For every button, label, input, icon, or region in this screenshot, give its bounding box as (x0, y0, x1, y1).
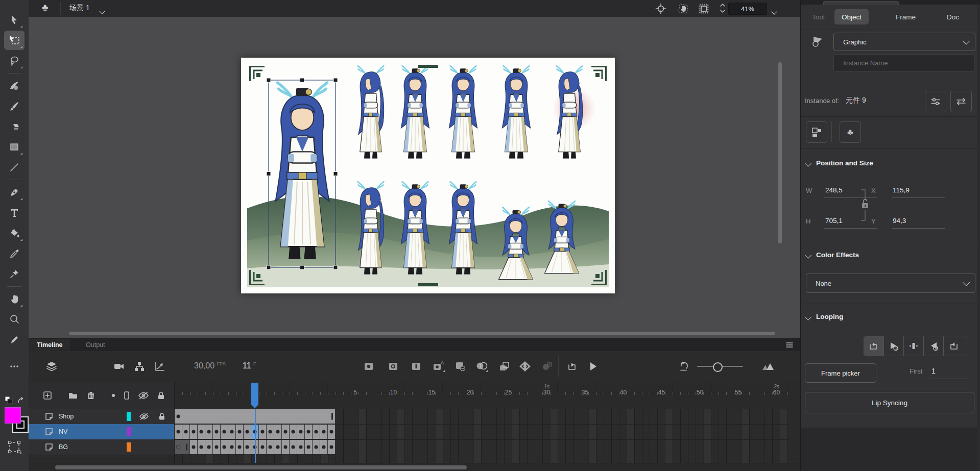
auto-keyframe-button[interactable]: A (432, 359, 447, 374)
free-transform-tool-button[interactable] (4, 31, 25, 50)
keyframe-cell[interactable] (274, 425, 282, 439)
tab-timeline[interactable]: Timeline (29, 339, 71, 351)
first-frame-value[interactable]: 1 (931, 367, 936, 375)
onion-skin-button[interactable] (474, 359, 489, 374)
keyframe-cell[interactable] (290, 425, 297, 439)
keyframe-cell[interactable] (259, 440, 267, 454)
fill-color-swatch[interactable] (5, 407, 21, 424)
play-once-mode-button[interactable]: 1 (884, 336, 904, 356)
break-apart-button[interactable] (806, 121, 827, 143)
scene-breadcrumb[interactable]: 场景 1 (69, 4, 90, 13)
keyframe-cell[interactable] (297, 440, 305, 454)
keyframe-cell[interactable] (221, 440, 228, 454)
timeline-horizontal-scrollbar[interactable] (55, 465, 467, 469)
stage[interactable] (241, 58, 615, 293)
playhead-marker[interactable] (251, 383, 258, 408)
frames-row[interactable] (175, 439, 789, 455)
keyframe-cell[interactable] (182, 425, 190, 439)
rotate-canvas-button[interactable] (677, 3, 689, 15)
zoom-tool-button[interactable] (4, 310, 25, 329)
keyframe-cell[interactable] (198, 440, 205, 454)
transform-handle[interactable] (300, 78, 304, 82)
character-figure-front[interactable] (449, 66, 477, 158)
eyedropper-tool-button[interactable] (4, 244, 25, 263)
zoom-level-field[interactable]: 41% (728, 3, 767, 15)
transform-handle[interactable] (267, 172, 271, 176)
edit-filters-button[interactable] (925, 91, 946, 112)
highlight-layers-toggle[interactable] (107, 390, 119, 401)
reverse-once-mode-button[interactable]: 1 (924, 336, 944, 356)
hand-tool-button[interactable] (4, 289, 25, 309)
layer-row-nv[interactable]: NV (29, 424, 175, 440)
new-folder-button[interactable] (67, 390, 79, 401)
edit-multiple-frames-button[interactable] (497, 359, 512, 374)
insert-keyframe-button[interactable] (361, 359, 376, 374)
layer-outline-color-chip[interactable] (127, 442, 131, 452)
keyframe-cell[interactable] (313, 425, 320, 439)
keyframe-cell[interactable] (228, 425, 236, 439)
transform-handle[interactable] (267, 78, 271, 82)
asset-warp-pin-tool-button[interactable] (4, 264, 25, 284)
reverse-loop-mode-button[interactable] (944, 336, 963, 356)
fluid-brush-tool-button[interactable] (4, 76, 25, 95)
keyframe-cell[interactable] (205, 425, 213, 439)
keyframe-cell[interactable] (328, 440, 336, 454)
keyframe-cell[interactable] (175, 425, 182, 439)
new-layer-button[interactable] (41, 390, 54, 401)
tab-output[interactable]: Output (78, 339, 113, 351)
keyframe-cell[interactable] (320, 425, 328, 439)
keyframe-cell[interactable] (320, 440, 328, 454)
motion-tween-button[interactable] (539, 359, 555, 374)
classic-brush-tool-button[interactable] (4, 96, 25, 116)
keyframe-cell[interactable] (213, 425, 221, 439)
clip-content-outside-stage-button[interactable] (698, 3, 710, 15)
keyframe-cell[interactable] (267, 440, 274, 454)
lip-syncing-button[interactable]: Lip Syncing (805, 392, 974, 413)
tab-object[interactable]: Object (834, 9, 869, 24)
selection-tool-button[interactable] (4, 10, 25, 30)
convert-to-symbol-button[interactable]: ♣ (840, 121, 861, 143)
character-figure-front[interactable] (275, 83, 329, 259)
tab-doc[interactable]: Doc (940, 9, 966, 24)
insert-frame-button[interactable] (409, 359, 424, 374)
layer-row-shop[interactable]: Shop (29, 409, 175, 425)
frame-rate-value[interactable]: 30,00 FPS (194, 361, 226, 370)
transform-handle[interactable] (333, 172, 338, 176)
keyframe-cell[interactable] (282, 425, 290, 439)
collapse-chevron-icon[interactable] (805, 160, 811, 167)
keyframe-cell[interactable] (236, 425, 244, 439)
text-tool-button[interactable] (4, 203, 25, 222)
canvas-pasteboard[interactable] (29, 17, 800, 338)
reset-timeline-zoom-button[interactable] (677, 359, 692, 374)
lock-aspect-ratio-control[interactable] (858, 187, 870, 224)
insert-blank-keyframe-button[interactable] (386, 359, 401, 374)
layer-row-bg[interactable]: BG (29, 439, 175, 455)
h-value[interactable]: 705,1 (825, 217, 843, 225)
keyframe-cell[interactable] (297, 425, 305, 439)
object-drawing-mode-button[interactable] (7, 440, 22, 455)
snap-to-objects-button[interactable] (655, 3, 667, 15)
loop-mode-button[interactable] (864, 336, 884, 356)
keyframe-cell[interactable] (190, 425, 198, 439)
character-figure-front[interactable] (401, 66, 429, 158)
character-figure-front[interactable] (449, 182, 477, 274)
frame-actions-button[interactable] (517, 359, 533, 374)
lock-icon[interactable] (158, 412, 166, 421)
outline-layers-toggle[interactable] (121, 390, 133, 401)
rectangle-tool-button[interactable] (4, 137, 25, 157)
character-figure-front[interactable] (401, 182, 429, 274)
lock-all-layers-toggle[interactable] (155, 390, 167, 401)
play-button[interactable] (585, 359, 601, 374)
keyframe-cell[interactable] (205, 440, 213, 454)
show-layers-button[interactable] (44, 359, 59, 374)
delete-layer-button[interactable] (85, 390, 97, 401)
transform-handle[interactable] (333, 265, 338, 269)
scene-chevron-icon[interactable] (100, 6, 104, 15)
tab-tool[interactable]: Tool (805, 9, 832, 24)
keyframe-cell[interactable] (244, 440, 251, 454)
layer-hidden-toggle[interactable] (138, 411, 150, 422)
collapse-chevron-icon[interactable] (805, 252, 811, 259)
swap-symbol-button[interactable] (950, 91, 972, 112)
layer-outline-color-chip[interactable] (127, 412, 131, 421)
edit-symbols-club-icon[interactable]: ♣ (42, 2, 48, 13)
